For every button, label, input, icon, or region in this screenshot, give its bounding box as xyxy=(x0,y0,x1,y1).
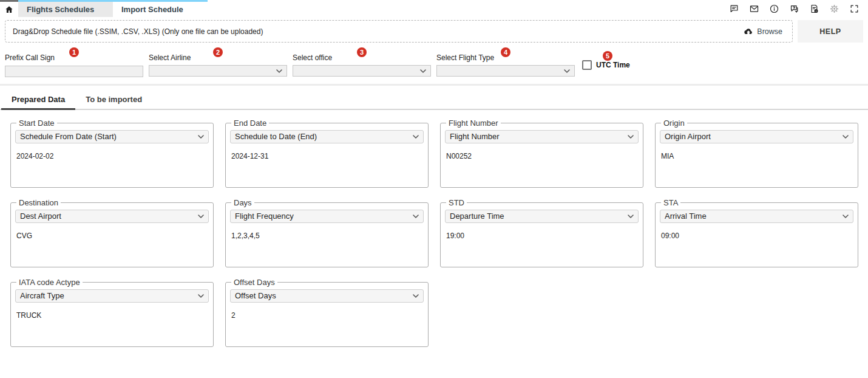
card-mapping-dropdown[interactable]: Flight Frequency xyxy=(230,210,424,223)
mapping-card: Destination Dest Airport CVG xyxy=(10,198,214,267)
card-sample-value: MIA xyxy=(661,152,853,160)
card-legend: STD xyxy=(446,198,467,207)
card-mapping-value: Schedule From Date (Start) xyxy=(20,132,198,141)
chevron-down-icon xyxy=(198,135,204,139)
card-legend: End Date xyxy=(231,119,269,128)
comment-icon[interactable] xyxy=(728,3,739,14)
card-mapping-value: Origin Airport xyxy=(665,132,843,141)
card-mapping-value: Aircraft Type xyxy=(20,291,198,300)
mapping-card: STD Departure Time 19:00 xyxy=(440,198,643,267)
card-mapping-dropdown[interactable]: Flight Number xyxy=(445,130,639,143)
card-mapping-value: Offset Days xyxy=(235,291,413,300)
mapping-card: IATA code Actype Aircraft Type TRUCK xyxy=(10,278,214,347)
prefix-call-sign-field: 1 Prefix Call Sign xyxy=(5,50,143,77)
file-dropzone[interactable]: Drag&Drop Schedule file (.SSIM, .CSV, .X… xyxy=(5,20,793,43)
subtab-label: To be imported xyxy=(86,95,142,104)
help-button[interactable]: HELP xyxy=(798,20,863,43)
report-info-icon[interactable] xyxy=(809,3,819,14)
subtab-prepared-data[interactable]: Prepared Data xyxy=(1,90,75,110)
tab-label: Flights Schedules xyxy=(27,5,94,14)
card-sample-value: 09:00 xyxy=(661,232,853,240)
home-icon xyxy=(4,5,14,15)
select-airline-dropdown[interactable] xyxy=(149,65,287,77)
card-legend: Start Date xyxy=(16,119,57,128)
subtab-label: Prepared Data xyxy=(12,95,65,104)
utc-time-checkbox[interactable] xyxy=(582,60,592,70)
home-button[interactable] xyxy=(0,0,18,17)
step-badge-3: 3 xyxy=(357,47,367,57)
card-mapping-dropdown[interactable]: Schedule to Date (End) xyxy=(230,130,424,143)
card-sample-value: 19:00 xyxy=(446,232,639,240)
top-icon-toolbar xyxy=(728,0,868,17)
chevron-down-icon xyxy=(843,215,849,218)
chevron-down-icon xyxy=(564,69,570,73)
mapping-card: End Date Schedule to Date (End) 2024-12-… xyxy=(225,119,429,188)
mapping-card: Flight Number Flight Number N00252 xyxy=(440,119,643,188)
mapping-card-grid: Start Date Schedule From Date (Start) 20… xyxy=(0,110,868,347)
card-mapping-dropdown[interactable]: Origin Airport xyxy=(660,130,853,143)
tab-flights-schedules[interactable]: Flights Schedules xyxy=(18,0,113,17)
mapping-card: Start Date Schedule From Date (Start) 20… xyxy=(10,119,214,188)
select-airline-field: 2 Select Airline xyxy=(149,50,287,77)
chevron-down-icon xyxy=(413,135,419,139)
chat-question-icon[interactable] xyxy=(788,3,799,14)
gear-icon[interactable] xyxy=(829,3,839,14)
card-legend: Days xyxy=(231,198,254,207)
select-office-dropdown[interactable] xyxy=(293,65,431,77)
upload-row: Drag&Drop Schedule file (.SSIM, .CSV, .X… xyxy=(5,20,863,43)
subtab-to-be-imported[interactable]: To be imported xyxy=(75,90,152,110)
tab-import-schedule[interactable]: Import Schedule xyxy=(113,0,208,17)
cloud-upload-icon xyxy=(744,27,753,36)
topbar-spacer xyxy=(208,0,728,17)
chevron-down-icon xyxy=(276,69,282,73)
browse-label: Browse xyxy=(757,27,782,36)
chevron-down-icon xyxy=(413,294,419,298)
card-legend: STA xyxy=(661,198,680,207)
card-mapping-value: Departure Time xyxy=(450,211,628,221)
card-mapping-dropdown[interactable]: Dest Airport xyxy=(15,210,209,223)
step-badge-5: 5 xyxy=(603,51,612,61)
card-mapping-dropdown[interactable]: Schedule From Date (Start) xyxy=(15,130,209,143)
card-legend: Destination xyxy=(16,198,61,207)
chevron-down-icon xyxy=(413,215,419,218)
select-flight-type-dropdown[interactable] xyxy=(436,65,575,77)
info-icon[interactable] xyxy=(768,3,779,14)
step-badge-2: 2 xyxy=(213,47,223,57)
mail-icon[interactable] xyxy=(748,3,759,14)
card-legend: Flight Number xyxy=(446,119,501,128)
data-subtabs: Prepared Data To be imported xyxy=(0,90,868,110)
browse-button[interactable]: Browse xyxy=(744,27,785,36)
card-sample-value: TRUCK xyxy=(16,311,209,320)
card-legend: IATA code Actype xyxy=(16,278,83,287)
card-mapping-dropdown[interactable]: Offset Days xyxy=(230,289,424,303)
card-mapping-value: Dest Airport xyxy=(20,211,198,221)
card-mapping-dropdown[interactable]: Arrival Time xyxy=(660,210,853,223)
card-sample-value: 1,2,3,4,5 xyxy=(231,232,424,240)
card-mapping-value: Flight Number xyxy=(450,132,628,141)
step-badge-4: 4 xyxy=(501,47,510,57)
mapping-card: Offset Days Offset Days 2 xyxy=(225,278,429,347)
dropzone-text: Drag&Drop Schedule file (.SSIM, .CSV, .X… xyxy=(13,27,263,36)
chevron-down-icon xyxy=(628,135,634,139)
chevron-down-icon xyxy=(198,294,204,298)
prefix-call-sign-input[interactable] xyxy=(5,66,143,77)
card-sample-value: 2 xyxy=(231,311,424,320)
mapping-card: Origin Origin Airport MIA xyxy=(655,119,858,188)
card-mapping-dropdown[interactable]: Aircraft Type xyxy=(15,289,209,303)
tab-label: Import Schedule xyxy=(121,5,183,14)
card-mapping-value: Arrival Time xyxy=(665,211,843,221)
filter-bar: 1 Prefix Call Sign 2 Select Airline 3 Se… xyxy=(0,43,868,86)
chevron-down-icon xyxy=(420,69,426,73)
chevron-down-icon xyxy=(843,135,849,139)
utc-time-field: 5 UTC Time xyxy=(582,60,630,70)
card-mapping-dropdown[interactable]: Departure Time xyxy=(445,210,639,223)
fullscreen-icon[interactable] xyxy=(849,3,860,14)
card-sample-value: N00252 xyxy=(446,152,639,160)
select-flight-type-field: 4 Select Flight Type xyxy=(436,50,575,77)
card-sample-value: 2024-12-31 xyxy=(231,152,424,160)
top-bar: Flights Schedules Import Schedule xyxy=(0,0,868,17)
chevron-down-icon xyxy=(198,215,204,218)
mapping-card: STA Arrival Time 09:00 xyxy=(655,198,858,267)
card-mapping-value: Schedule to Date (End) xyxy=(235,132,413,141)
select-office-field: 3 Select office xyxy=(293,50,431,77)
